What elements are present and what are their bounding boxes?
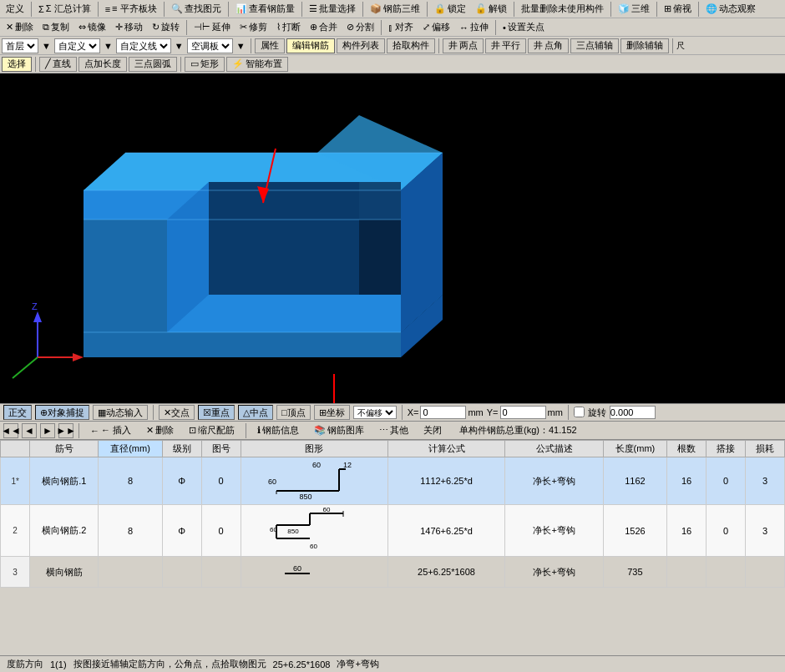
btn-summary[interactable]: Σ Σ 汇总计算 — [34, 1, 95, 17]
btn-dynamic-input[interactable]: ▦ 动态输入 — [93, 405, 148, 420]
btn-dynamic-view[interactable]: 🌐 动态观察 — [701, 1, 760, 17]
btn-3d[interactable]: 🧊 三维 — [614, 1, 654, 17]
btn-pick-member[interactable]: 拾取构件 — [387, 38, 435, 53]
btn-top-view[interactable]: ⊞ 俯视 — [660, 1, 696, 17]
btn-rotate[interactable]: ↻ 旋转 — [148, 19, 184, 35]
btn-intersection[interactable]: ✕ 交点 — [159, 405, 195, 420]
nav-first[interactable]: ◄◄ — [3, 423, 18, 438]
btn-three-point-axis[interactable]: 三点辅轴 — [570, 38, 619, 53]
toolbar-row-1: 定义 Σ Σ 汇总计算 ≡ ≡ 平齐板块 🔍 查找图元 📊 查看钢筋量 ☰ 批量… — [0, 0, 785, 18]
info-icon: ℹ — [257, 425, 261, 436]
mirror-icon: ⇔ — [78, 22, 86, 33]
offset-select[interactable]: 不偏移 — [353, 406, 397, 419]
btn-set-point[interactable]: • 设置关点 — [499, 19, 549, 35]
formula-hint: 25+6.25*1608 — [273, 659, 331, 669]
btn-extend[interactable]: ⊣⊢ 延伸 — [190, 19, 235, 35]
btn-rect[interactable]: ▭ 矩形 — [185, 57, 225, 72]
viewport-svg: Z — [0, 73, 785, 403]
btn-select[interactable]: 选择 — [2, 57, 32, 72]
btn-two-point[interactable]: 井 两点 — [443, 38, 484, 53]
table-row[interactable]: 2 横向钢筋.2 8 Φ 0 60 — [1, 505, 785, 557]
btn-move[interactable]: ✛ 移动 — [111, 19, 147, 35]
btn-find[interactable]: 🔍 查找图元 — [167, 1, 225, 17]
btn-delete[interactable]: ✕ 删除 — [2, 19, 38, 35]
btn-line[interactable]: ╱ 直线 — [39, 57, 77, 72]
btn-point-angle[interactable]: 井 点角 — [528, 38, 569, 53]
btn-batch-delete[interactable]: 批量删除未使用构件 — [517, 1, 608, 17]
break-icon: ⌇ — [276, 22, 281, 33]
btn-midpoint[interactable]: △ 中点 — [238, 405, 273, 420]
cell-overlap-3 — [706, 557, 746, 588]
cell-formula-1: 1112+6.25*d — [387, 457, 505, 505]
btn-smart-layout[interactable]: ⚡ 智能布置 — [226, 57, 288, 72]
floor-select[interactable]: 首层 二层 — [2, 38, 38, 53]
table-row[interactable]: 1* 横向钢筋.1 8 Φ 0 60 12 — [1, 457, 785, 505]
btn-define[interactable]: 定义 — [2, 1, 28, 17]
viewport-3d[interactable]: Z — [0, 73, 785, 403]
col-header-drawnum: 图号 — [201, 441, 241, 457]
y-input[interactable] — [500, 406, 546, 419]
rotate-checkbox[interactable] — [574, 407, 585, 417]
nav-next[interactable]: ► — [40, 423, 55, 438]
offset-icon: ⤢ — [423, 22, 430, 33]
smart-icon: ⚡ — [232, 58, 244, 69]
btn-split[interactable]: ⊘ 分割 — [342, 19, 378, 35]
btn-unlock[interactable]: 🔓 解锁 — [471, 1, 511, 17]
btn-align[interactable]: ⫿ 对齐 — [384, 19, 418, 35]
btn-batch-select[interactable]: ☰ 批量选择 — [305, 1, 360, 17]
svg-text:12: 12 — [343, 461, 352, 469]
nav-last[interactable]: ►► — [58, 423, 73, 438]
btn-three-arc[interactable]: 三点圆弧 — [129, 57, 177, 72]
line-select[interactable]: 自定义线 — [116, 38, 171, 53]
svg-marker-2 — [84, 332, 401, 357]
btn-view-rebar[interactable]: 📊 查看钢筋量 — [231, 1, 299, 17]
col-header-length: 长度(mm) — [603, 441, 666, 457]
btn-close-panel[interactable]: 关闭 — [418, 423, 448, 438]
rotate-input[interactable] — [610, 406, 656, 419]
batch-select-icon: ☰ — [309, 3, 317, 14]
btn-member-list[interactable]: 构件列表 — [337, 38, 385, 53]
btn-midpoint-heavy[interactable]: ☒ 重点 — [198, 405, 235, 420]
btn-endpoint[interactable]: □ 顶点 — [276, 405, 311, 420]
btn-insert[interactable]: ← ← 插入 — [84, 423, 137, 438]
btn-copy[interactable]: ⧉ 复制 — [38, 19, 73, 35]
type-select[interactable]: 自定义 — [54, 38, 100, 53]
col-header-overlap: 搭接 — [706, 441, 746, 457]
btn-rebar-3d[interactable]: 📦 钢筋三维 — [366, 1, 424, 17]
nav-prev[interactable]: ◄ — [22, 423, 37, 438]
btn-ortho[interactable]: 正交 — [3, 405, 32, 420]
snap-icon: ⊕ — [40, 407, 48, 418]
lib-icon: 📚 — [314, 425, 326, 436]
btn-coordinate[interactable]: ⊞ 坐标 — [314, 405, 350, 420]
btn-merge[interactable]: ⊕ 合并 — [306, 19, 342, 35]
btn-stretch[interactable]: ↔ 拉伸 — [455, 19, 493, 35]
page-info: 度筋方向 — [7, 658, 43, 670]
btn-delete-rebar[interactable]: ✕ 删除 — [140, 423, 180, 438]
table-row[interactable]: 3 横向钢筋 60 25+6.25*1608 净长+弯钩 — [1, 557, 785, 588]
svg-text:850: 850 — [300, 493, 312, 501]
btn-mirror[interactable]: ⇔ 镜像 — [74, 19, 110, 35]
btn-scale-rebar[interactable]: ⊡ 缩尺配筋 — [183, 423, 241, 438]
btn-other[interactable]: ⋯ 其他 — [373, 423, 414, 438]
layer-row: 首层 二层 ▼ 自定义 ▼ 自定义线 ▼ 空调板 ▼ 属性 编辑钢筋 构件列表 … — [0, 37, 785, 55]
btn-point-length[interactable]: 点加长度 — [78, 57, 127, 72]
btn-property[interactable]: 属性 — [255, 38, 285, 53]
btn-rebar-info[interactable]: ℹ 钢筋信息 — [251, 423, 305, 438]
cube-icon: 🧊 — [618, 3, 630, 14]
x-input[interactable] — [420, 406, 466, 419]
btn-trim[interactable]: ✂ 修剪 — [236, 19, 271, 35]
btn-offset[interactable]: ⤢ 偏移 — [418, 19, 454, 35]
btn-break[interactable]: ⌇ 打断 — [272, 19, 305, 35]
btn-rebar-library[interactable]: 📚 钢筋图库 — [308, 423, 370, 438]
btn-snap[interactable]: ⊕ 对象捕捉 — [35, 405, 89, 420]
btn-align-panel[interactable]: ≡ ≡ 平齐板块 — [101, 1, 161, 17]
sep2 — [98, 2, 99, 17]
rebar-table-container[interactable]: 筋号 直径(mm) 级别 图号 图形 计算公式 公式描述 长度(mm) 根数 搭… — [0, 440, 785, 655]
btn-lock[interactable]: 🔒 锁定 — [430, 1, 470, 17]
btn-parallel[interactable]: 井 平行 — [485, 38, 526, 53]
btn-edit-rebar[interactable]: 编辑钢筋 — [286, 38, 335, 53]
btn-delete-axis[interactable]: 删除辅轴 — [620, 38, 669, 53]
element-select[interactable]: 空调板 — [187, 38, 233, 53]
cell-length-2: 1526 — [603, 505, 666, 557]
cell-count-1: 16 — [667, 457, 706, 505]
